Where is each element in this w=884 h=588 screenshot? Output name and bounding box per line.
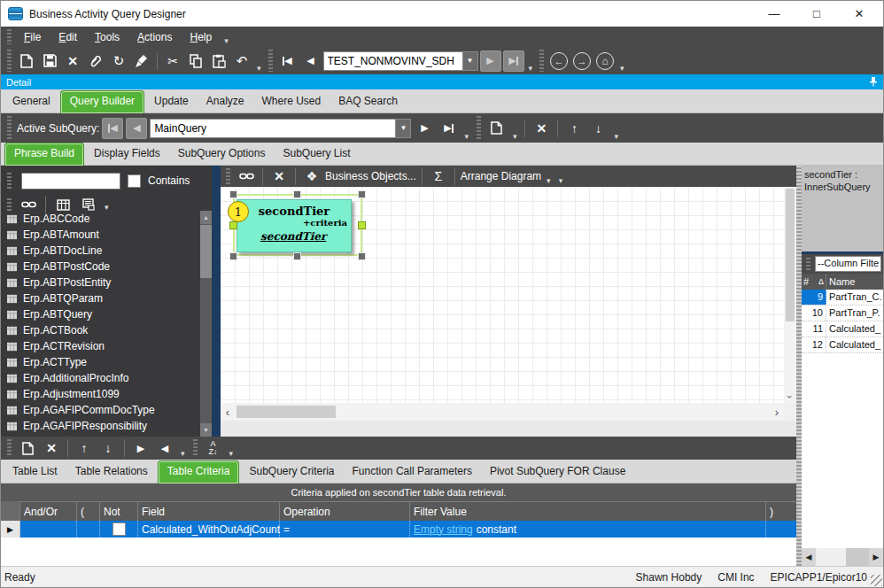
remove-table-icon[interactable] <box>268 166 290 187</box>
delete-icon[interactable] <box>62 50 83 72</box>
criteria-grip[interactable] <box>7 439 12 457</box>
subquery-nav-overflow-icon[interactable]: ▾ <box>461 132 471 143</box>
move-down-icon[interactable] <box>97 437 119 459</box>
subquery-new-dropdown-icon[interactable]: ▾ <box>510 132 520 143</box>
resize-handle[interactable] <box>229 252 237 260</box>
menu-edit[interactable]: Edit <box>50 29 85 45</box>
menu-overflow-icon[interactable]: ▾ <box>221 36 231 47</box>
resize-handle[interactable] <box>293 252 301 260</box>
table-list-item[interactable]: Erp.AGAFIPResponsibility <box>1 418 200 434</box>
col-operation-header[interactable]: Operation <box>280 501 410 521</box>
scroll-down-icon[interactable]: ▼ <box>200 423 212 437</box>
tab-function-call-parameters[interactable]: Function Call Parameters <box>345 461 480 483</box>
query-combo-input[interactable] <box>323 51 463 71</box>
criteria-grip-2[interactable] <box>193 439 198 457</box>
menu-tools[interactable]: Tools <box>87 29 128 45</box>
connection-handle[interactable] <box>229 221 237 229</box>
sort-overflow-icon[interactable]: ▾ <box>227 449 237 460</box>
subquery-delete-icon[interactable] <box>531 118 552 139</box>
new-document-icon[interactable] <box>16 50 37 72</box>
refresh-icon[interactable] <box>108 50 129 72</box>
tab-table-criteria[interactable]: Table Criteria <box>158 460 240 484</box>
tab-table-list[interactable]: Table List <box>4 461 66 483</box>
column-row[interactable]: 11Calculated_ <box>802 321 883 337</box>
scroll-down-icon[interactable]: › <box>784 391 796 403</box>
business-objects-button[interactable]: Business Objects... <box>325 170 416 182</box>
indent-icon[interactable] <box>130 437 151 459</box>
previous-record-button[interactable] <box>300 50 322 72</box>
menu-help[interactable]: Help <box>182 29 220 45</box>
column-row[interactable]: 9PartTran_C. <box>802 290 883 306</box>
column-filter-combo[interactable]: --Column Filte <box>815 256 881 272</box>
delete-row-icon[interactable] <box>41 437 62 459</box>
col-andor-header[interactable]: And/Or <box>20 501 77 521</box>
subquery-combo-input[interactable] <box>150 119 396 138</box>
table-list-item[interactable]: Erp.ABTAmount <box>1 227 200 243</box>
filter-grip[interactable] <box>806 258 810 270</box>
arrange-diagram-button[interactable]: Arrange Diagram <box>461 170 541 182</box>
contains-checkbox[interactable] <box>128 174 141 188</box>
paste-icon[interactable] <box>208 50 229 72</box>
tab-general[interactable]: General <box>4 91 58 112</box>
col-not-header[interactable]: Not <box>100 501 138 521</box>
cut-icon[interactable] <box>162 50 183 72</box>
col-field-header[interactable]: Field <box>138 501 280 521</box>
move-up-icon[interactable] <box>74 437 95 459</box>
resize-handle[interactable] <box>229 190 237 198</box>
menu-grip[interactable] <box>7 29 12 44</box>
toolbar-grip-2[interactable] <box>268 50 273 72</box>
table-list-item[interactable]: Erp.ABTDocLine <box>1 243 200 259</box>
node-criteria-label[interactable]: +criteria <box>237 218 351 228</box>
resize-handle[interactable] <box>358 190 366 198</box>
table-list-item[interactable]: Erp.ACTRevision <box>1 338 200 354</box>
scroll-thumb[interactable] <box>237 406 336 418</box>
subquery-node[interactable]: secondTier +criteria secondTier <box>237 199 352 252</box>
columns-horizontal-scrollbar[interactable]: ◀ ▶ <box>802 548 883 566</box>
column-row[interactable]: 12Calculated_ <box>802 337 883 353</box>
cell-field[interactable]: Calculated_WithOutAdjCount <box>138 521 280 538</box>
query-combo-dropdown-icon[interactable]: ▼ <box>463 51 478 71</box>
scroll-up-icon[interactable]: ▲ <box>200 211 212 224</box>
tab-baq-search[interactable]: BAQ Search <box>330 91 406 112</box>
resize-grip[interactable] <box>871 575 882 586</box>
outdent-icon[interactable] <box>154 437 175 459</box>
maximize-button[interactable]: □ <box>807 7 826 20</box>
subquery-grip-2[interactable] <box>477 116 481 140</box>
column-name-header[interactable]: Name <box>826 274 883 290</box>
canvas-horizontal-scrollbar[interactable]: ‹ › <box>221 403 784 421</box>
cell-andor[interactable] <box>20 521 77 538</box>
tab-pivot-subquery-for-clause[interactable]: Pivot SubQuery FOR Clause <box>482 461 633 483</box>
subquery-move-down-icon[interactable] <box>587 118 609 139</box>
last-record-button[interactable] <box>503 50 524 72</box>
subquery-first-button[interactable] <box>102 118 123 139</box>
tab-subquery-options[interactable]: SubQuery Options <box>170 143 274 165</box>
table-list-item[interactable]: Erp.ABCCode <box>1 211 200 227</box>
tab-subquery-criteria[interactable]: SubQuery Criteria <box>241 461 342 483</box>
left-splitter[interactable] <box>212 166 221 437</box>
copy-icon[interactable] <box>185 50 206 72</box>
column-row[interactable]: 10PartTran_P. <box>802 306 883 321</box>
tab-where-used[interactable]: Where Used <box>253 91 329 112</box>
arrange-diagram-dropdown-icon[interactable]: ▾ <box>544 176 554 187</box>
scroll-right-icon[interactable]: ▶ <box>869 548 883 566</box>
diagram-overflow-icon[interactable]: ▾ <box>556 176 566 187</box>
scroll-right-icon[interactable]: › <box>770 406 784 419</box>
subquery-new-icon[interactable] <box>486 118 508 139</box>
menu-actions[interactable]: Actions <box>129 29 180 45</box>
pin-icon[interactable] <box>869 76 878 89</box>
cell-operation[interactable]: = <box>280 521 410 538</box>
home-button[interactable] <box>594 50 616 72</box>
tab-subquery-list[interactable]: SubQuery List <box>275 143 358 165</box>
table-list-item[interactable]: Erp.ABTQuery <box>1 306 200 322</box>
canvas-vertical-scrollbar[interactable]: › <box>784 187 796 403</box>
col-open-paren-header[interactable]: ( <box>77 501 100 521</box>
scroll-left-icon[interactable]: ◀ <box>802 548 816 566</box>
resize-handle[interactable] <box>293 190 301 198</box>
node-subtitle-link[interactable]: secondTier <box>237 230 351 243</box>
back-button[interactable] <box>548 50 570 72</box>
cell-open-paren[interactable] <box>77 521 100 538</box>
subquery-combo-dropdown-icon[interactable]: ▼ <box>396 119 411 138</box>
subquery-overflow-icon[interactable]: ▾ <box>611 132 621 143</box>
table-list-item[interactable]: Erp.ABTPostCode <box>1 259 200 275</box>
table-list-item[interactable]: Erp.Adjustment1099 <box>1 386 200 402</box>
